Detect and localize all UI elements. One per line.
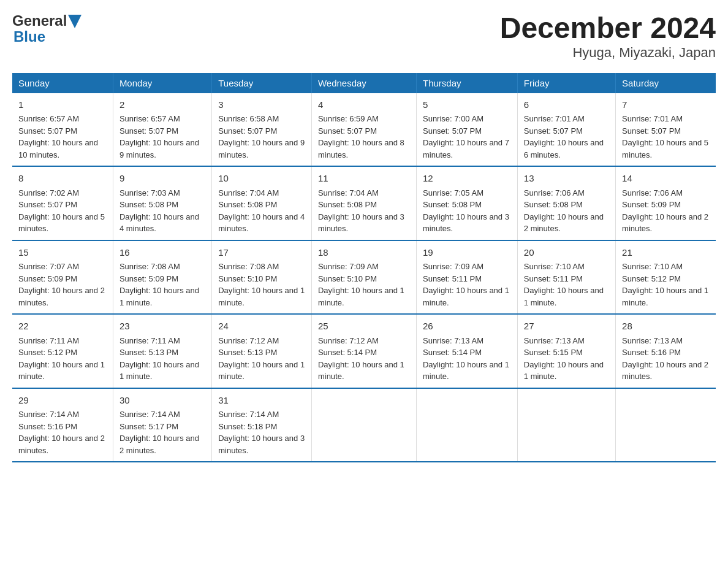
day-number: 21 (622, 246, 710, 260)
day-number: 19 (423, 246, 511, 260)
day-number: 9 (119, 172, 205, 186)
calendar-cell: 19Sunrise: 7:09 AMSunset: 5:11 PMDayligh… (416, 240, 517, 315)
calendar-week-3: 15Sunrise: 7:07 AMSunset: 5:09 PMDayligh… (12, 240, 716, 315)
calendar-cell: 13Sunrise: 7:06 AMSunset: 5:08 PMDayligh… (517, 166, 615, 240)
page-subtitle: Hyuga, Miyazaki, Japan (500, 45, 716, 61)
calendar-cell: 10Sunrise: 7:04 AMSunset: 5:08 PMDayligh… (212, 166, 312, 240)
calendar-cell: 1Sunrise: 6:57 AMSunset: 5:07 PMDaylight… (12, 93, 113, 167)
day-number: 17 (218, 246, 305, 260)
day-number: 3 (218, 98, 305, 112)
day-number: 1 (18, 98, 107, 112)
day-number: 10 (218, 172, 305, 186)
logo-triangle-icon (68, 15, 82, 28)
header-thursday: Thursday (416, 73, 517, 93)
day-number: 13 (524, 172, 609, 186)
calendar-cell (311, 388, 416, 462)
calendar-cell (517, 388, 615, 462)
calendar-cell: 28Sunrise: 7:13 AMSunset: 5:16 PMDayligh… (616, 314, 716, 388)
header-friday: Friday (517, 73, 615, 93)
day-number: 15 (18, 246, 107, 260)
calendar-cell: 5Sunrise: 7:00 AMSunset: 5:07 PMDaylight… (416, 93, 517, 167)
calendar-cell (616, 388, 716, 462)
calendar-header-row: SundayMondayTuesdayWednesdayThursdayFrid… (12, 73, 716, 93)
calendar-cell: 12Sunrise: 7:05 AMSunset: 5:08 PMDayligh… (416, 166, 517, 240)
calendar-week-5: 29Sunrise: 7:14 AMSunset: 5:16 PMDayligh… (12, 388, 716, 462)
calendar-table: SundayMondayTuesdayWednesdayThursdayFrid… (12, 73, 716, 463)
page-title: December 2024 (500, 12, 716, 45)
calendar-cell: 16Sunrise: 7:08 AMSunset: 5:09 PMDayligh… (113, 240, 211, 315)
calendar-cell: 6Sunrise: 7:01 AMSunset: 5:07 PMDaylight… (517, 93, 615, 167)
calendar-cell: 15Sunrise: 7:07 AMSunset: 5:09 PMDayligh… (12, 240, 113, 315)
calendar-cell: 27Sunrise: 7:13 AMSunset: 5:15 PMDayligh… (517, 314, 615, 388)
calendar-week-2: 8Sunrise: 7:02 AMSunset: 5:07 PMDaylight… (12, 166, 716, 240)
calendar-cell (416, 388, 517, 462)
day-number: 5 (423, 98, 511, 112)
calendar-cell: 26Sunrise: 7:13 AMSunset: 5:14 PMDayligh… (416, 314, 517, 388)
calendar-cell: 2Sunrise: 6:57 AMSunset: 5:07 PMDaylight… (113, 93, 211, 167)
day-number: 27 (524, 320, 609, 334)
calendar-cell: 30Sunrise: 7:14 AMSunset: 5:17 PMDayligh… (113, 388, 211, 462)
calendar-cell: 25Sunrise: 7:12 AMSunset: 5:14 PMDayligh… (311, 314, 416, 388)
calendar-cell: 3Sunrise: 6:58 AMSunset: 5:07 PMDaylight… (212, 93, 312, 167)
day-number: 29 (18, 394, 107, 408)
calendar-cell: 24Sunrise: 7:12 AMSunset: 5:13 PMDayligh… (212, 314, 312, 388)
calendar-cell: 21Sunrise: 7:10 AMSunset: 5:12 PMDayligh… (616, 240, 716, 315)
calendar-cell: 8Sunrise: 7:02 AMSunset: 5:07 PMDaylight… (12, 166, 113, 240)
day-number: 25 (318, 320, 410, 334)
header-monday: Monday (113, 73, 211, 93)
calendar-cell: 18Sunrise: 7:09 AMSunset: 5:10 PMDayligh… (311, 240, 416, 315)
day-number: 23 (119, 320, 205, 334)
day-number: 4 (318, 98, 410, 112)
header-wednesday: Wednesday (311, 73, 416, 93)
calendar-cell: 14Sunrise: 7:06 AMSunset: 5:09 PMDayligh… (616, 166, 716, 240)
header-sunday: Sunday (12, 73, 113, 93)
day-number: 30 (119, 394, 205, 408)
title-section: December 2024 Hyuga, Miyazaki, Japan (500, 12, 716, 61)
calendar-cell: 22Sunrise: 7:11 AMSunset: 5:12 PMDayligh… (12, 314, 113, 388)
day-number: 6 (524, 98, 609, 112)
day-number: 8 (18, 172, 107, 186)
header-tuesday: Tuesday (212, 73, 312, 93)
calendar-cell: 9Sunrise: 7:03 AMSunset: 5:08 PMDaylight… (113, 166, 211, 240)
header-saturday: Saturday (616, 73, 716, 93)
day-number: 26 (423, 320, 511, 334)
day-number: 11 (318, 172, 410, 186)
calendar-week-1: 1Sunrise: 6:57 AMSunset: 5:07 PMDaylight… (12, 93, 716, 167)
calendar-cell: 29Sunrise: 7:14 AMSunset: 5:16 PMDayligh… (12, 388, 113, 462)
day-number: 20 (524, 246, 609, 260)
calendar-cell: 23Sunrise: 7:11 AMSunset: 5:13 PMDayligh… (113, 314, 211, 388)
logo: General Blue (12, 12, 82, 45)
day-number: 16 (119, 246, 205, 260)
calendar-cell: 11Sunrise: 7:04 AMSunset: 5:08 PMDayligh… (311, 166, 416, 240)
logo-blue-text: Blue (13, 28, 45, 45)
day-number: 28 (622, 320, 710, 334)
day-number: 31 (218, 394, 305, 408)
calendar-cell: 4Sunrise: 6:59 AMSunset: 5:07 PMDaylight… (311, 93, 416, 167)
day-number: 7 (622, 98, 710, 112)
day-number: 12 (423, 172, 511, 186)
page-header: General Blue December 2024 Hyuga, Miyaza… (12, 12, 716, 61)
day-number: 22 (18, 320, 107, 334)
calendar-cell: 20Sunrise: 7:10 AMSunset: 5:11 PMDayligh… (517, 240, 615, 315)
logo-general-text: General (12, 12, 67, 29)
calendar-cell: 7Sunrise: 7:01 AMSunset: 5:07 PMDaylight… (616, 93, 716, 167)
calendar-cell: 17Sunrise: 7:08 AMSunset: 5:10 PMDayligh… (212, 240, 312, 315)
day-number: 18 (318, 246, 410, 260)
calendar-week-4: 22Sunrise: 7:11 AMSunset: 5:12 PMDayligh… (12, 314, 716, 388)
day-number: 24 (218, 320, 305, 334)
calendar-cell: 31Sunrise: 7:14 AMSunset: 5:18 PMDayligh… (212, 388, 312, 462)
day-number: 14 (622, 172, 710, 186)
day-number: 2 (119, 98, 205, 112)
svg-marker-0 (68, 15, 82, 28)
